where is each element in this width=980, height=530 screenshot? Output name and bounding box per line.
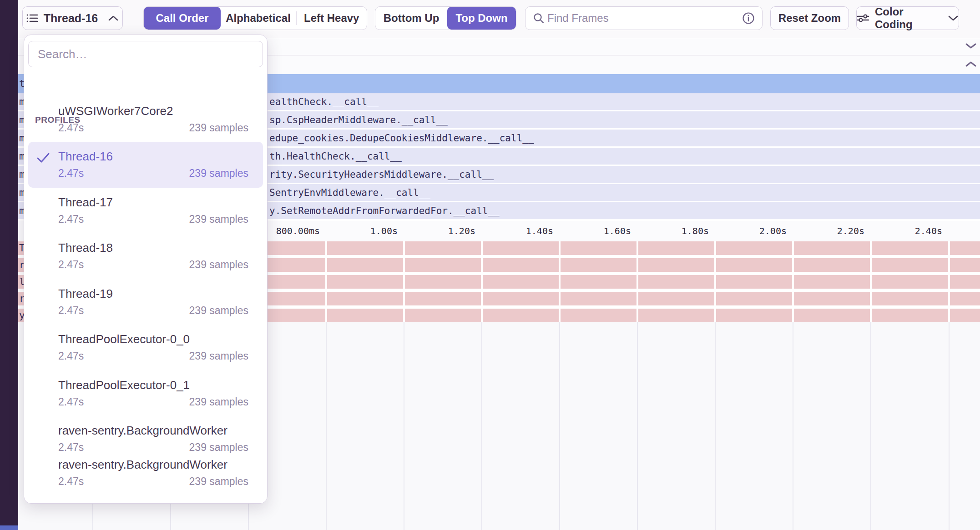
direction-top-down-button[interactable]: Top Down xyxy=(447,7,516,30)
profiles-search-input[interactable] xyxy=(29,47,263,61)
profile-name: Thread-17 xyxy=(58,195,113,210)
profile-item[interactable]: Thread-17 2.47s239 samples xyxy=(28,188,263,234)
gridline xyxy=(637,322,638,530)
profile-name: Thread-18 xyxy=(58,241,113,255)
profile-samples: 239 samples xyxy=(189,350,248,362)
time-axis-tick: 2.00s xyxy=(720,225,787,236)
search-icon xyxy=(533,12,545,24)
direction-segment: Bottom Up Top Down xyxy=(375,6,516,30)
time-axis-tick: 1.00s xyxy=(331,225,398,236)
sidebar-bottom-accent xyxy=(0,525,18,530)
direction-bottom-up-button[interactable]: Bottom Up xyxy=(375,7,447,30)
profiles-dropdown-menu: PROFILES uWSGIWorker7Core2 2.47s239 samp… xyxy=(24,35,268,504)
profile-duration: 2.47s xyxy=(58,213,84,225)
gridline xyxy=(793,322,793,530)
profile-duration: 2.47s xyxy=(58,167,84,180)
time-axis-tick: 1.60s xyxy=(565,225,631,236)
profile-duration: 2.47s xyxy=(58,259,84,271)
time-axis-tick: 2.40s xyxy=(876,225,942,236)
profile-name: Thread-19 xyxy=(58,287,113,301)
profile-name: uWSGIWorker7Core2 xyxy=(58,104,173,118)
find-frames-input[interactable] xyxy=(545,12,742,25)
collapse-section-icon[interactable] xyxy=(965,60,977,70)
gridline xyxy=(559,322,560,530)
profile-item[interactable]: raven-sentry.BackgroundWorker 2.47s239 s… xyxy=(28,450,263,496)
profile-name: ThreadPoolExecutor-0_0 xyxy=(58,332,190,346)
gridline xyxy=(481,322,482,530)
profile-duration: 2.47s xyxy=(58,122,84,134)
profile-item[interactable]: ThreadPoolExecutor-0_0 2.47s239 samples xyxy=(28,325,263,370)
sort-call-order-button[interactable]: Call Order xyxy=(144,7,221,30)
profile-name: raven-sentry.BackgroundWorker xyxy=(58,458,227,472)
profile-item[interactable]: uWSGIWorker7Core2 2.47s239 samples xyxy=(28,96,263,142)
profile-item[interactable]: Thread-18 2.47s239 samples xyxy=(28,233,263,279)
gridline xyxy=(481,241,483,322)
gridline xyxy=(326,322,327,530)
profile-samples: 239 samples xyxy=(189,259,248,271)
profile-samples: 239 samples xyxy=(189,305,248,317)
sort-alphabetical-button[interactable]: Alphabetical xyxy=(221,7,296,30)
gridline xyxy=(559,241,561,322)
profile-item-selected[interactable]: Thread-16 2.47s239 samples xyxy=(28,142,263,188)
gridline xyxy=(403,241,405,322)
profile-name: ThreadPoolExecutor-0_1 xyxy=(58,378,190,392)
frame-text-fragment: rity.SecurityHeadersMiddleware.__call__ xyxy=(269,169,494,180)
profile-samples: 239 samples xyxy=(189,396,248,408)
profile-item[interactable]: ThreadPoolExecutor-0_1 2.47s239 samples xyxy=(28,370,263,416)
sort-left-heavy-button[interactable]: Left Heavy xyxy=(297,7,367,30)
color-coding-label: Color Coding xyxy=(875,5,941,31)
gridline xyxy=(714,241,716,322)
find-frames-search xyxy=(525,6,763,30)
profiler-flamegraph-screen: t m ealthCheck.__call__ m sp.CspHeaderMi… xyxy=(0,0,980,530)
reset-zoom-label: Reset Zoom xyxy=(778,12,841,25)
gridline xyxy=(870,241,872,322)
profile-samples: 239 samples xyxy=(189,475,248,488)
thread-list-icon xyxy=(26,13,38,23)
frame-text-fragment: sp.CspHeaderMiddleware.__call__ xyxy=(269,115,448,125)
checkmark-icon xyxy=(36,152,50,165)
gridline xyxy=(404,322,404,530)
profile-duration: 2.47s xyxy=(58,475,84,488)
time-axis-tick: 1.40s xyxy=(487,225,553,236)
frame-text-fragment: ealthCheck.__call__ xyxy=(269,96,379,107)
frame-text-fragment: th.HealthCheck.__call__ xyxy=(269,151,402,162)
profile-samples: 239 samples xyxy=(189,213,248,225)
profiles-search-box xyxy=(28,41,263,67)
flamegraph-toolbar: Thread-16 Call Order Alphabetical Left H… xyxy=(18,0,980,38)
frame-text-fragment: SentryEnvMiddleware.__call__ xyxy=(269,187,430,198)
chevron-down-icon xyxy=(948,15,959,21)
sort-mode-segment: Call Order Alphabetical Left Heavy xyxy=(143,6,367,30)
profile-duration: 2.47s xyxy=(58,396,84,408)
info-icon[interactable] xyxy=(742,12,755,25)
chevron-up-icon xyxy=(108,15,119,21)
time-axis-tick: 1.20s xyxy=(409,225,475,236)
time-axis-tick: 2.20s xyxy=(798,225,864,236)
frame-text-fragment: y.SetRemoteAddrFromForwardedFor.__call__ xyxy=(269,205,500,216)
profile-samples: 239 samples xyxy=(189,167,248,180)
frame-text-fragment: edupe_cookies.DedupeCookiesMiddleware.__… xyxy=(269,133,534,144)
profile-item[interactable]: Thread-19 2.47s239 samples xyxy=(28,279,263,325)
gridline xyxy=(870,322,871,530)
sliders-icon xyxy=(857,13,869,23)
expand-section-icon[interactable] xyxy=(965,42,977,51)
gridline xyxy=(948,241,950,322)
profile-duration: 2.47s xyxy=(58,305,84,317)
gridline xyxy=(325,241,327,322)
reset-zoom-button[interactable]: Reset Zoom xyxy=(770,6,849,30)
time-axis-tick: 1.80s xyxy=(642,225,709,236)
thread-selector-label: Thread-16 xyxy=(44,12,98,25)
app-sidebar-strip xyxy=(0,0,18,530)
gridline xyxy=(636,241,638,322)
profile-samples: 239 samples xyxy=(189,122,248,134)
gridline xyxy=(792,241,794,322)
gridline xyxy=(949,322,950,530)
profile-name: Thread-16 xyxy=(58,150,113,164)
profile-name: raven-sentry.BackgroundWorker xyxy=(58,424,227,438)
profile-duration: 2.47s xyxy=(58,350,84,362)
color-coding-button[interactable]: Color Coding xyxy=(856,6,959,30)
thread-selector-button[interactable]: Thread-16 xyxy=(22,6,123,30)
gridline xyxy=(715,322,716,530)
